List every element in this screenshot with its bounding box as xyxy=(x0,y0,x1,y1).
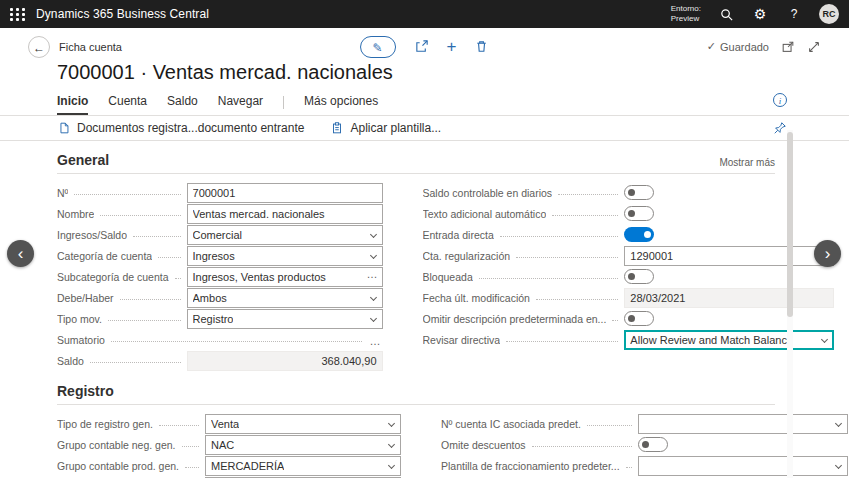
field-label: Revisar directiva xyxy=(423,334,501,346)
show-more-link[interactable]: Mostrar más xyxy=(719,157,775,168)
help-icon[interactable] xyxy=(785,5,803,23)
app-launcher-icon[interactable] xyxy=(10,8,26,21)
dotted-leader xyxy=(133,236,180,237)
field-label: Debe/Haber xyxy=(57,292,114,304)
tab-saldo[interactable]: Saldo xyxy=(167,89,198,115)
vertical-scrollbar[interactable] xyxy=(787,130,793,478)
select-value: NAC xyxy=(211,439,234,451)
back-arrow-icon xyxy=(33,38,45,56)
ingresos-saldo-select[interactable]: Comercial xyxy=(187,225,383,245)
toggle-knob xyxy=(628,210,635,217)
environment-value: Preview xyxy=(671,14,701,24)
scrollbar-thumb[interactable] xyxy=(787,132,793,317)
subcategoria-cuenta-lookup[interactable]: Ingresos, Ventas productos xyxy=(187,267,383,287)
dotted-leader xyxy=(612,320,618,321)
field-row-categoria: Categoría de cuenta Ingresos xyxy=(57,245,383,266)
no-input[interactable] xyxy=(187,183,383,203)
tipo-registro-select[interactable]: Venta xyxy=(205,414,401,434)
dotted-leader xyxy=(100,215,180,216)
field-label: Saldo xyxy=(57,355,84,367)
bloqueada-toggle[interactable] xyxy=(624,269,654,284)
action-label: Aplicar plantilla... xyxy=(350,121,441,135)
dotted-leader xyxy=(111,341,362,342)
field-label: Texto adicional automático xyxy=(423,208,547,220)
expand-icon[interactable] xyxy=(807,40,821,54)
nav-next-button[interactable] xyxy=(814,240,841,267)
tab-more-options[interactable]: Más opciones xyxy=(304,89,378,115)
field-label: Grupo contable neg. gen. xyxy=(57,439,176,451)
dotted-leader xyxy=(587,425,632,426)
action-registered-documents[interactable]: Documentos registra...documento entrante xyxy=(57,121,304,135)
omite-descuentos-toggle[interactable] xyxy=(638,437,668,452)
omitir-descripcion-toggle[interactable] xyxy=(624,311,654,326)
field-label: Categoría de cuenta xyxy=(57,250,152,262)
categoria-cuenta-select[interactable]: Ingresos xyxy=(187,246,383,266)
section-general: General Mostrar más Nº Nombre Ingresos/S… xyxy=(57,152,775,371)
dotted-leader xyxy=(175,278,181,279)
app-title: Dynamics 365 Business Central xyxy=(36,7,209,21)
edit-button[interactable] xyxy=(360,36,396,58)
action-apply-template[interactable]: Aplicar plantilla... xyxy=(330,121,441,135)
field-label: Plantilla de fraccionamiento predeter... xyxy=(441,460,620,472)
dotted-leader xyxy=(558,194,618,195)
share-button[interactable] xyxy=(414,39,429,54)
saldo-controlable-toggle[interactable] xyxy=(624,185,654,200)
field-label: Nº cuenta IC asociada predet. xyxy=(441,418,581,430)
page-header: Ficha cuenta Guardado xyxy=(0,28,849,58)
nombre-input[interactable] xyxy=(187,204,383,224)
section-title: Registro xyxy=(57,383,114,399)
revisar-directiva-select[interactable]: Allow Review and Match Balance xyxy=(624,330,834,350)
fecha-modificacion-value: 28/03/2021 xyxy=(624,288,834,308)
action-label: Documentos registra...documento entrante xyxy=(77,121,304,135)
lookup-value: Ingresos, Ventas productos xyxy=(193,271,326,283)
general-right-column: Saldo controlable en diarios Texto adici… xyxy=(423,182,835,371)
field-row-cta-regularizacion: Cta. regularización 1290001 xyxy=(423,245,835,266)
dotted-leader xyxy=(108,320,181,321)
readonly-value: 368.040,90 xyxy=(321,355,376,367)
sumatorio-assist-edit-icon[interactable] xyxy=(368,335,383,347)
nav-previous-button[interactable] xyxy=(7,240,34,267)
chevron-right-icon xyxy=(825,245,831,263)
field-row-ingresos-saldo: Ingresos/Saldo Comercial xyxy=(57,224,383,245)
delete-button[interactable] xyxy=(474,39,489,54)
document-icon xyxy=(57,121,71,135)
section-registro: Registro Tipo de registro gen. Venta Gru… xyxy=(57,383,775,478)
tab-navegar[interactable]: Navegar xyxy=(218,89,263,115)
entrada-directa-toggle[interactable] xyxy=(624,227,654,242)
open-in-window-icon[interactable] xyxy=(781,40,795,54)
back-button[interactable] xyxy=(28,36,50,58)
pencil-icon xyxy=(373,38,383,56)
plantilla-fraccionamiento-select[interactable] xyxy=(638,456,848,476)
field-label: Bloqueada xyxy=(423,271,473,283)
grupo-prod-select[interactable]: MERCADERÍA xyxy=(205,456,401,476)
cta-regularizacion-select[interactable]: 1290001 xyxy=(624,246,834,266)
field-label: Grupo contable prod. gen. xyxy=(57,460,179,472)
tab-inicio[interactable]: Inicio xyxy=(57,89,88,115)
debe-haber-select[interactable]: Ambos xyxy=(187,288,383,308)
tab-label: Inicio xyxy=(57,94,88,108)
settings-gear-icon[interactable] xyxy=(751,5,769,23)
search-icon[interactable] xyxy=(717,5,735,23)
dotted-leader xyxy=(158,257,180,258)
cuenta-ic-select[interactable] xyxy=(638,414,848,434)
saldo-value[interactable]: 368.040,90 xyxy=(187,351,383,371)
chevron-left-icon xyxy=(18,245,24,263)
field-row-texto-adicional: Texto adicional automático xyxy=(423,203,835,224)
dotted-leader xyxy=(500,236,619,237)
tipo-mov-select[interactable]: Registro xyxy=(187,309,383,329)
toggle-knob xyxy=(644,231,651,238)
info-icon[interactable] xyxy=(773,93,787,107)
pin-icon[interactable] xyxy=(773,121,787,135)
field-row-grupo-prod: Grupo contable prod. gen. MERCADERÍA xyxy=(57,455,401,476)
page-caption: Ficha cuenta xyxy=(59,41,122,53)
environment-badge[interactable]: Entorno: Preview xyxy=(671,4,701,24)
toggle-knob xyxy=(628,273,635,280)
toggle-knob xyxy=(642,441,649,448)
user-avatar[interactable]: RC xyxy=(819,4,839,24)
section-title: General xyxy=(57,152,109,168)
new-button[interactable] xyxy=(447,37,457,57)
grupo-neg-select[interactable]: NAC xyxy=(205,435,401,455)
tab-cuenta[interactable]: Cuenta xyxy=(108,89,147,115)
field-label: Fecha últ. modificación xyxy=(423,292,530,304)
texto-adicional-toggle[interactable] xyxy=(624,206,654,221)
